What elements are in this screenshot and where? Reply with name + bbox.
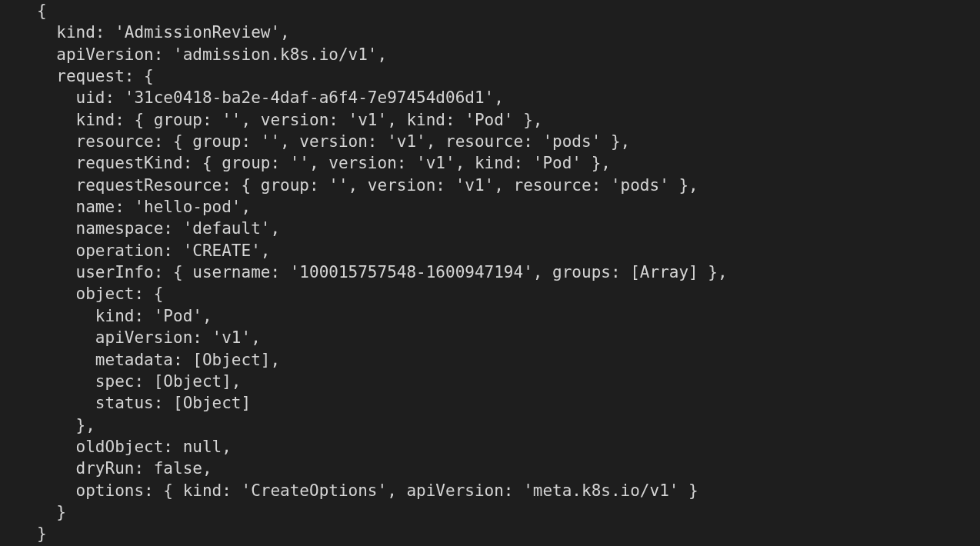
code-line: requestKind: { group: '', version: 'v1',…: [37, 152, 980, 174]
code-line: }: [37, 523, 980, 544]
code-line: },: [37, 414, 980, 436]
code-line: operation: 'CREATE',: [37, 240, 980, 261]
code-line: userInfo: { username: '100015757548-1600…: [37, 261, 980, 283]
code-line: apiVersion: 'admission.k8s.io/v1',: [37, 44, 980, 65]
code-line: name: 'hello-pod',: [37, 196, 980, 218]
code-line: kind: 'AdmissionReview',: [37, 22, 980, 43]
code-line: dryRun: false,: [37, 458, 980, 479]
code-line: kind: 'Pod',: [37, 305, 980, 327]
code-line: requestResource: { group: '', version: '…: [37, 175, 980, 196]
code-line: object: {: [37, 283, 980, 305]
code-line: namespace: 'default',: [37, 218, 980, 239]
code-line: uid: '31ce0418-ba2e-4daf-a6f4-7e97454d06…: [37, 87, 980, 108]
code-line: {: [37, 0, 980, 22]
code-line: request: {: [37, 65, 980, 87]
code-line: spec: [Object],: [37, 371, 980, 392]
code-line: status: [Object]: [37, 392, 980, 414]
code-line: apiVersion: 'v1',: [37, 327, 980, 348]
code-line: kind: { group: '', version: 'v1', kind: …: [37, 109, 980, 131]
code-line: metadata: [Object],: [37, 349, 980, 371]
code-line: }: [37, 501, 980, 523]
code-line: oldObject: null,: [37, 436, 980, 458]
code-line: resource: { group: '', version: 'v1', re…: [37, 131, 980, 152]
terminal-output: { kind: 'AdmissionReview', apiVersion: '…: [0, 0, 980, 545]
code-line: options: { kind: 'CreateOptions', apiVer…: [37, 480, 980, 501]
